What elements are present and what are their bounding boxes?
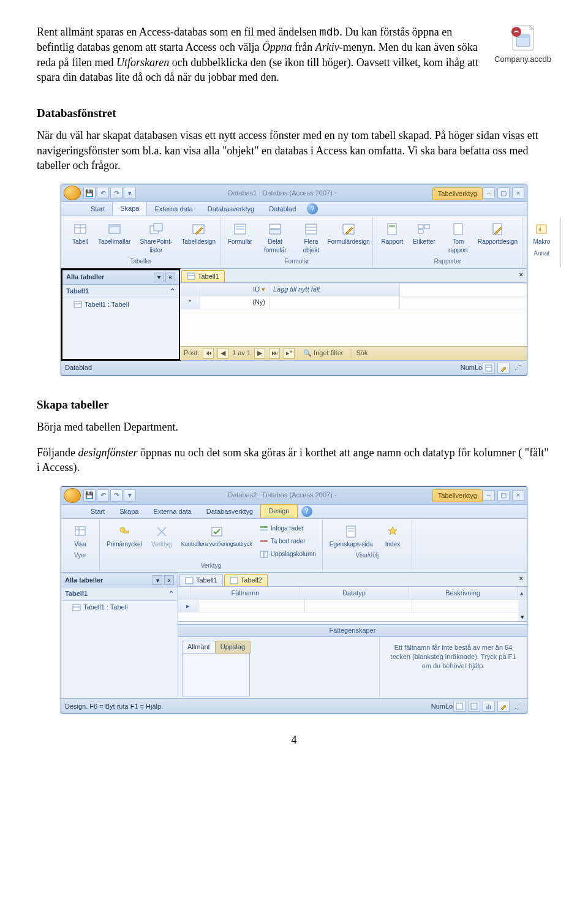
- nav-group-collapse-icon[interactable]: ⌃: [168, 589, 174, 598]
- resize-grip-icon[interactable]: ⋰: [512, 363, 523, 373]
- document-tab-tabell1[interactable]: Tabell1: [179, 574, 223, 586]
- ribbon-btn-sharepoint[interactable]: SharePoint-listor: [133, 220, 179, 256]
- ribbon-btn-tabort-rader[interactable]: Ta bort rader: [257, 535, 318, 548]
- ribbon-btn-delatformular[interactable]: Delat formulär: [257, 220, 294, 256]
- quick-save-icon[interactable]: 💾: [83, 489, 96, 502]
- ribbon-tab-externa[interactable]: Externa data: [147, 203, 200, 216]
- nav-first-icon[interactable]: ⏮: [203, 348, 214, 359]
- ribbon-tab-skapa[interactable]: Skapa: [112, 202, 147, 216]
- close-button[interactable]: ×: [512, 490, 524, 501]
- design-col-datatyp[interactable]: Datatyp: [300, 587, 409, 599]
- row-selector-header[interactable]: [180, 284, 200, 296]
- nav-item-tabell1[interactable]: Tabell1 : Tabell: [61, 601, 178, 614]
- nav-last-icon[interactable]: ⏭: [269, 348, 280, 359]
- column-dropdown-icon[interactable]: ▾: [262, 285, 265, 294]
- ribbon-btn-tabellmallar[interactable]: Tabellmallar: [97, 220, 132, 256]
- ribbon-btn-formulardesign[interactable]: Formulärdesign: [328, 220, 369, 256]
- ribbon-btn-etiketter[interactable]: Etiketter: [409, 220, 439, 256]
- design-col-faltnamn[interactable]: Fältnamn: [191, 587, 300, 599]
- design-col-beskrivning[interactable]: Beskrivning: [409, 587, 518, 599]
- help-icon[interactable]: ?: [301, 506, 312, 517]
- quick-redo-icon[interactable]: ↷: [110, 489, 123, 502]
- ribbon-btn-egenskapssida[interactable]: Egenskaps-sida: [326, 522, 376, 551]
- nav-next-icon[interactable]: ▶: [254, 348, 265, 359]
- ribbon-tab-externa[interactable]: Externa data: [146, 505, 198, 518]
- ribbon-btn-formular[interactable]: Formulär: [225, 220, 255, 256]
- design-cell[interactable]: [198, 600, 305, 612]
- document-tab-tabell1[interactable]: Tabell1: [181, 270, 225, 282]
- ribbon-btn-fleraobjekt[interactable]: Flera objekt: [295, 220, 327, 256]
- quick-redo-icon[interactable]: ↷: [110, 187, 123, 199]
- ribbon-tab-datablad[interactable]: Datablad: [262, 203, 303, 216]
- navigation-pane[interactable]: Alla tabeller▾« Tabell1⌃ Tabell1 : Tabel…: [61, 573, 178, 698]
- navigation-pane[interactable]: Alla tabeller▾« Tabell1⌃ Tabell1 : Tabel…: [61, 268, 181, 361]
- view-datasheet-icon[interactable]: [453, 701, 466, 712]
- nav-group-collapse-icon[interactable]: ⌃: [170, 287, 175, 296]
- quick-undo-icon[interactable]: ↶: [97, 187, 109, 199]
- ribbon-btn-tabell[interactable]: Tabell: [65, 220, 96, 256]
- cell-empty[interactable]: [270, 296, 400, 309]
- ribbon-btn-primarnyckel[interactable]: Primärnyckel: [104, 522, 145, 560]
- column-header-id[interactable]: ID ▾: [200, 284, 270, 296]
- scrollbar-up-icon[interactable]: ▴: [518, 587, 527, 599]
- document-close-button[interactable]: ×: [516, 573, 527, 586]
- ribbon-btn-makro[interactable]: Makro: [526, 220, 557, 248]
- ribbon-btn-rapport[interactable]: Rapport: [377, 220, 407, 256]
- ribbon-btn-tabelldesign[interactable]: Tabelldesign: [181, 220, 217, 256]
- scrollbar-down-icon[interactable]: ▾: [518, 612, 527, 621]
- scrollbar-track[interactable]: [518, 600, 527, 612]
- close-button[interactable]: ×: [512, 187, 524, 198]
- prop-tab-uppslag[interactable]: Uppslag: [215, 641, 251, 654]
- nav-prev-icon[interactable]: ◀: [217, 348, 228, 359]
- nav-group-label[interactable]: Tabell1: [65, 589, 88, 598]
- nav-collapse-icon[interactable]: «: [164, 575, 174, 585]
- office-button[interactable]: [64, 488, 81, 503]
- nav-new-icon[interactable]: ▸*: [284, 348, 295, 359]
- nav-collapse-icon[interactable]: «: [165, 273, 175, 282]
- design-cell[interactable]: [305, 600, 412, 612]
- prop-tab-allmant[interactable]: Allmänt: [182, 641, 216, 654]
- ribbon-btn-infoga-rader[interactable]: Infoga rader: [257, 522, 318, 535]
- quick-undo-icon[interactable]: ↶: [97, 489, 109, 502]
- view-design-icon[interactable]: [497, 701, 510, 712]
- quick-more-icon[interactable]: ▾: [124, 187, 136, 199]
- minimize-button[interactable]: –: [483, 490, 495, 501]
- ribbon-tab-skapa[interactable]: Skapa: [112, 505, 146, 518]
- resize-grip-icon[interactable]: ⋰: [512, 701, 523, 711]
- svg-rect-13: [236, 226, 244, 227]
- nav-dropdown-icon[interactable]: ▾: [154, 273, 164, 282]
- filter-indicator[interactable]: 🔍 Inget filter: [303, 349, 343, 358]
- view-pivotchart-icon[interactable]: [483, 701, 495, 712]
- nav-dropdown-icon[interactable]: ▾: [153, 575, 162, 585]
- design-cell[interactable]: [412, 600, 518, 612]
- search-box[interactable]: Sök: [352, 349, 368, 358]
- ribbon-tab-start[interactable]: Start: [83, 203, 112, 216]
- ribbon-tab-start[interactable]: Start: [83, 505, 112, 518]
- maximize-button[interactable]: ▢: [497, 187, 510, 198]
- quick-save-icon[interactable]: 💾: [83, 187, 96, 199]
- ribbon-btn-uppslagskolumn[interactable]: Uppslagskolumn: [257, 548, 318, 560]
- help-icon[interactable]: ?: [307, 203, 318, 214]
- ribbon-btn-tomrapport[interactable]: Tom rapport: [440, 220, 475, 256]
- ribbon-btn-visa[interactable]: Visa: [65, 522, 96, 551]
- column-header-add-field[interactable]: Lägg till nytt fält: [270, 284, 400, 296]
- quick-more-icon[interactable]: ▾: [124, 489, 136, 502]
- ribbon-btn-verktyg[interactable]: Verktyg: [146, 522, 177, 560]
- ribbon-tab-verktyg[interactable]: Databasverktyg: [200, 203, 262, 216]
- document-close-button[interactable]: ×: [516, 269, 527, 282]
- ribbon-btn-index[interactable]: Index: [377, 522, 408, 551]
- cell-id-new[interactable]: (Ny): [200, 296, 270, 309]
- ribbon-tab-verktyg[interactable]: Databasverktyg: [199, 505, 260, 518]
- maximize-button[interactable]: ▢: [497, 490, 510, 501]
- ribbon-btn-rapportdesign[interactable]: Rapportdesign: [477, 220, 519, 256]
- minimize-button[interactable]: –: [483, 187, 495, 198]
- view-design-icon[interactable]: [497, 363, 510, 374]
- document-tab-tabell2[interactable]: Tabell2: [224, 574, 268, 586]
- view-pivottable-icon[interactable]: [468, 701, 480, 712]
- nav-group-label[interactable]: Tabell1: [66, 287, 89, 296]
- ribbon-tab-design[interactable]: Design: [260, 504, 297, 518]
- view-datasheet-icon[interactable]: [483, 363, 495, 374]
- nav-item-tabell1[interactable]: Tabell1 : Tabell: [62, 298, 179, 311]
- office-button[interactable]: [64, 186, 81, 200]
- ribbon-btn-kontrollera[interactable]: Kontrollera verifieringsuttryck: [178, 522, 255, 560]
